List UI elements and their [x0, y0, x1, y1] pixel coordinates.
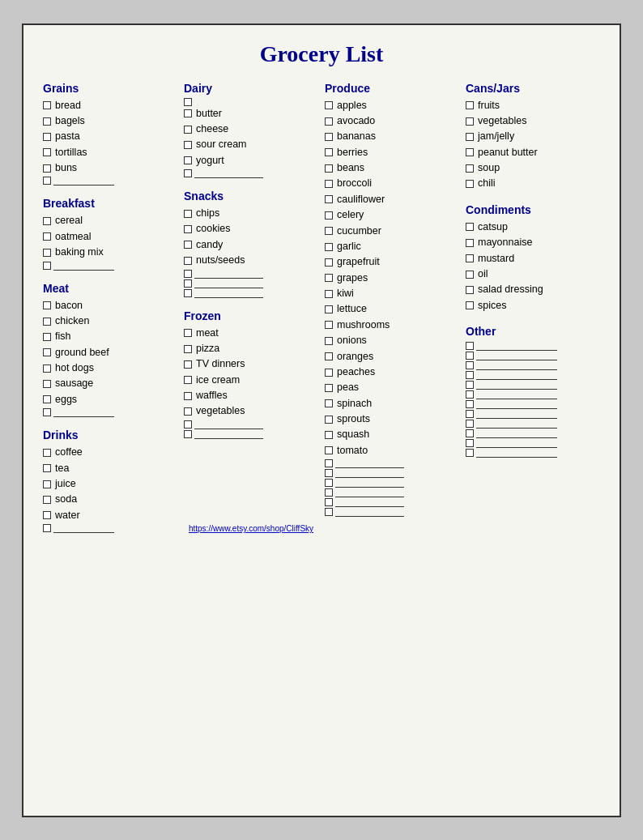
checkbox-bagels[interactable]: [43, 117, 51, 126]
checkbox-pasta[interactable]: [43, 133, 51, 141]
checkbox-coffee[interactable]: [43, 449, 51, 457]
checkbox-oatmeal[interactable]: [43, 232, 51, 241]
item-candy[interactable]: candy: [184, 237, 318, 253]
checkbox-candy[interactable]: [184, 241, 192, 249]
checkbox-spices[interactable]: [466, 301, 474, 309]
item-tomato[interactable]: tomato: [325, 443, 459, 458]
checkbox-sour-cream[interactable]: [184, 141, 192, 149]
item-berries[interactable]: berries: [325, 145, 459, 160]
checkbox-tv-dinners[interactable]: [184, 360, 192, 369]
item-peanut-butter[interactable]: peanut butter: [466, 145, 600, 160]
checkbox-onions[interactable]: [325, 337, 333, 345]
checkbox-oil[interactable]: [466, 271, 474, 279]
item-tortillas[interactable]: tortillas: [43, 145, 177, 160]
item-bacon[interactable]: bacon: [43, 298, 177, 313]
item-fish[interactable]: fish: [43, 329, 177, 344]
checkbox-spinach[interactable]: [325, 399, 333, 407]
item-oatmeal[interactable]: oatmeal: [43, 229, 177, 245]
checkbox-ground-beef[interactable]: [43, 348, 51, 356]
item-onions[interactable]: onions: [325, 333, 459, 348]
item-soup[interactable]: soup: [466, 160, 600, 176]
item-celery[interactable]: celery: [325, 207, 459, 223]
item-pasta[interactable]: pasta: [43, 129, 177, 144]
item-garlic[interactable]: garlic: [325, 239, 459, 254]
item-mustard[interactable]: mustard: [466, 251, 600, 266]
item-chips[interactable]: chips: [184, 206, 318, 221]
checkbox-bacon[interactable]: [43, 301, 51, 309]
checkbox-buns[interactable]: [43, 164, 51, 173]
checkbox-sprouts[interactable]: [325, 416, 333, 424]
item-cauliflower[interactable]: cauliflower: [325, 192, 459, 207]
item-tv-dinners[interactable]: TV dinners: [184, 356, 318, 372]
item-peaches[interactable]: peaches: [325, 365, 459, 380]
checkbox-peaches[interactable]: [325, 369, 333, 377]
item-spinach[interactable]: spinach: [325, 396, 459, 411]
checkbox-sausage[interactable]: [43, 380, 51, 388]
checkbox-butter[interactable]: [184, 109, 192, 117]
item-cookies[interactable]: cookies: [184, 221, 318, 237]
checkbox-frozen-meat[interactable]: [184, 329, 192, 337]
item-cheese[interactable]: cheese: [184, 122, 318, 137]
item-ground-beef[interactable]: ground beef: [43, 345, 177, 360]
item-water[interactable]: water: [43, 508, 177, 523]
checkbox-cheese[interactable]: [184, 126, 192, 134]
checkbox-cookies[interactable]: [184, 225, 192, 233]
item-kiwi[interactable]: kiwi: [325, 286, 459, 301]
checkbox-grapefruit[interactable]: [325, 258, 333, 266]
checkbox-water[interactable]: [43, 511, 51, 519]
item-grapes[interactable]: grapes: [325, 271, 459, 286]
item-chicken[interactable]: chicken: [43, 313, 177, 329]
item-grapefruit[interactable]: grapefruit: [325, 254, 459, 270]
checkbox-garlic[interactable]: [325, 243, 333, 251]
item-juice[interactable]: juice: [43, 476, 177, 492]
item-tea[interactable]: tea: [43, 461, 177, 476]
item-sprouts[interactable]: sprouts: [325, 411, 459, 427]
checkbox-apples[interactable]: [325, 101, 333, 109]
item-sour-cream[interactable]: sour cream: [184, 137, 318, 152]
item-buns[interactable]: buns: [43, 160, 177, 176]
checkbox-yogurt[interactable]: [184, 156, 192, 164]
item-apples[interactable]: apples: [325, 98, 459, 113]
item-bagels[interactable]: bagels: [43, 113, 177, 129]
item-mayonnaise[interactable]: mayonnaise: [466, 235, 600, 250]
checkbox-chips[interactable]: [184, 210, 192, 218]
checkbox-avocado[interactable]: [325, 117, 333, 126]
item-ice-cream[interactable]: ice cream: [184, 373, 318, 388]
checkbox-chili[interactable]: [466, 180, 474, 188]
checkbox-ice-cream[interactable]: [184, 376, 192, 384]
checkbox-berries[interactable]: [325, 148, 333, 156]
checkbox-waffles[interactable]: [184, 392, 192, 400]
checkbox-nuts-seeds[interactable]: [184, 257, 192, 265]
item-sausage[interactable]: sausage: [43, 376, 177, 391]
item-soda[interactable]: soda: [43, 492, 177, 507]
checkbox-broccoli[interactable]: [325, 180, 333, 188]
item-yogurt[interactable]: yogurt: [184, 153, 318, 168]
checkbox-jam-jelly[interactable]: [466, 133, 474, 141]
checkbox-mayonnaise[interactable]: [466, 239, 474, 247]
item-waffles[interactable]: waffles: [184, 388, 318, 403]
checkbox-celery[interactable]: [325, 211, 333, 220]
item-mushrooms[interactable]: mushrooms: [325, 318, 459, 333]
checkbox-soup[interactable]: [466, 164, 474, 173]
item-eggs[interactable]: eggs: [43, 392, 177, 407]
checkbox-bread[interactable]: [43, 101, 51, 109]
checkbox-baking-mix[interactable]: [43, 249, 51, 257]
checkbox-squash[interactable]: [325, 431, 333, 439]
checkbox-grapes[interactable]: [325, 274, 333, 282]
item-oranges[interactable]: oranges: [325, 349, 459, 365]
item-beans[interactable]: beans: [325, 160, 459, 176]
checkbox-pizza[interactable]: [184, 345, 192, 353]
item-butter[interactable]: butter: [184, 106, 318, 122]
item-oil[interactable]: oil: [466, 266, 600, 282]
checkbox-salad-dressing[interactable]: [466, 286, 474, 294]
item-spices[interactable]: spices: [466, 298, 600, 313]
checkbox-bananas[interactable]: [325, 133, 333, 141]
item-broccoli[interactable]: broccoli: [325, 176, 459, 191]
item-frozen-vegetables[interactable]: vegetables: [184, 403, 318, 419]
item-cereal[interactable]: cereal: [43, 213, 177, 228]
footer-link[interactable]: https://www.etsy.com/shop/CliffSky: [184, 524, 318, 533]
item-squash[interactable]: squash: [325, 427, 459, 442]
checkbox-kiwi[interactable]: [325, 290, 333, 298]
checkbox-cucumber[interactable]: [325, 227, 333, 235]
item-baking-mix[interactable]: baking mix: [43, 245, 177, 260]
